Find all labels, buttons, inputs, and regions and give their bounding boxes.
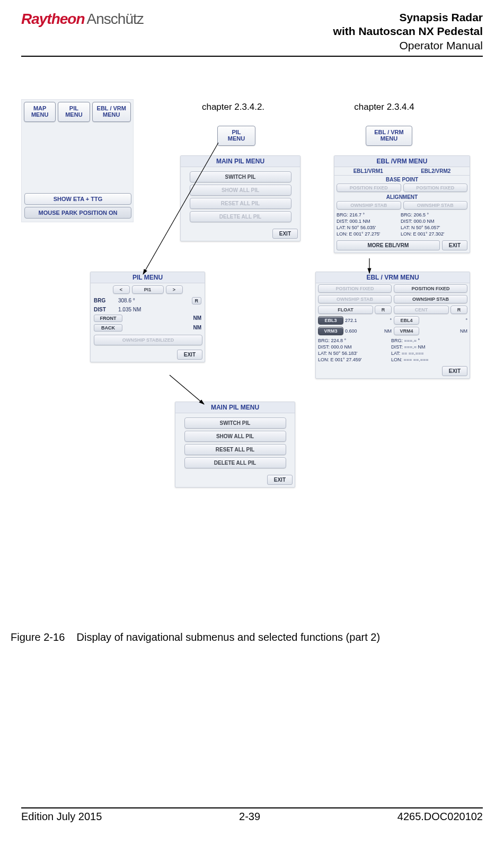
pil-menu-panel: PIL MENU < PI1 > BRG308.6 °R DIST1.035 N… — [90, 272, 205, 362]
ref-ebl-chapter: chapter 2.3.4.4 — [342, 102, 427, 112]
pil-back-unit: NM — [193, 325, 201, 330]
doc-title-2: with Nautoscan NX Pedestal — [333, 24, 483, 38]
pos-fixed-l[interactable]: POSITION FIXED — [337, 184, 401, 192]
brand-logo: Raytheon Anschütz — [21, 11, 144, 28]
ebl4-button[interactable]: EBL4 — [394, 316, 419, 325]
base-point-label: BASE POINT — [334, 176, 470, 182]
ebl4-unit: ° — [465, 318, 467, 323]
ebl3-lon: LON: E 001° 27.459' — [318, 356, 390, 363]
pil-dist-label: DIST — [94, 307, 115, 312]
vrm3-value: 0.600 — [345, 328, 357, 334]
reset-all-pil-button-2[interactable]: RESET ALL PIL — [184, 444, 286, 455]
page-header: Raytheon Anschütz Synapsis Radar with Na… — [21, 11, 483, 57]
ebl2-brg: BRG: 206.5 ° — [401, 212, 464, 218]
ebl-vrm2-exit[interactable]: EXIT — [442, 366, 467, 376]
own-stab-en[interactable]: OWNSHIP STAB — [394, 295, 467, 303]
ebl-vrm-exit[interactable]: EXIT — [442, 240, 467, 250]
pos-fixed-r[interactable]: POSITION FIXED — [403, 184, 468, 192]
doc-title-block: Synapsis Radar with Nautoscan NX Pedesta… — [333, 11, 483, 53]
figure-text: Display of navigational submenus and sel… — [77, 631, 381, 643]
ebl3-brg: BRG: 224.8 ° — [318, 337, 390, 344]
ebl3-dist: DIST: 000.0 NM — [318, 344, 390, 350]
ebl2-dist: DIST: 000.0 NM — [401, 218, 464, 224]
ref-pil-chapter: chapter 2.3.4.2. — [191, 102, 276, 112]
main-pil-title-2: MAIN PIL MENU — [175, 402, 295, 413]
ebl-vrm-title: EBL /VRM MENU — [334, 156, 470, 167]
float-button[interactable]: FLOAT — [318, 306, 373, 314]
pil-next-button[interactable]: > — [166, 285, 183, 294]
pil-menu-button[interactable]: PIL MENU — [58, 102, 90, 122]
show-eta-ttg-button[interactable]: SHOW ETA + TTG — [24, 193, 131, 205]
pil-menu-title: PIL MENU — [91, 272, 205, 283]
show-all-pil-button-2[interactable]: SHOW ALL PIL — [184, 431, 286, 442]
main-pil-menu-panel-2: MAIN PIL MENU SWITCH PIL SHOW ALL PIL RE… — [175, 402, 295, 488]
cent-button[interactable]: CENT — [394, 306, 449, 314]
r-button-r[interactable]: R — [450, 306, 467, 314]
ebl3-lat: LAT: N 50° 56.183' — [318, 350, 390, 356]
r-button-l[interactable]: R — [375, 306, 392, 314]
ebl1-lat: LAT: N 50° 56.035' — [337, 224, 400, 231]
show-all-pil-button-1[interactable]: SHOW ALL PIL — [190, 185, 291, 196]
pil-item-label: PI1 — [132, 285, 164, 294]
doc-title-1: Synapsis Radar — [333, 11, 483, 24]
own-stab-r[interactable]: OWNSHIP STAB — [403, 201, 468, 210]
vrm3-button[interactable]: VRM3 — [318, 327, 343, 335]
vrm3-unit: NM — [384, 328, 392, 334]
pil-front-button[interactable]: FRONT — [94, 315, 122, 322]
ebl2-tab[interactable]: EBL2/VRM2 — [402, 167, 470, 175]
ebl4-brg: BRG: ===.= ° — [391, 337, 463, 344]
switch-pil-button-1[interactable]: SWITCH PIL — [190, 171, 291, 182]
ownship-stabilized-button[interactable]: OWNSHIP STABILIZED — [94, 335, 202, 345]
pil-front-unit: NM — [193, 315, 201, 321]
pil-brg-r[interactable]: R — [192, 297, 202, 304]
more-ebl-vrm-button[interactable]: MORE EBL/VRM — [337, 240, 440, 250]
pil-menu-exit[interactable]: EXIT — [177, 350, 202, 360]
pos-fixed-dis[interactable]: POSITION FIXED — [318, 284, 392, 293]
ebl4-lon: LON: === ==.=== — [391, 356, 463, 363]
brand-anschutz: Anschütz — [87, 11, 144, 28]
delete-all-pil-button-2[interactable]: DELETE ALL PIL — [184, 457, 286, 468]
own-stab-dis[interactable]: OWNSHIP STAB — [318, 295, 392, 303]
switch-pil-button-2[interactable]: SWITCH PIL — [184, 417, 286, 429]
figure-stage: chapter 2.3.4.2. chapter 2.3.4.4 MAP MEN… — [21, 99, 483, 577]
ebl1-lon: LON: E 001° 27.275' — [337, 231, 400, 237]
ebl3-button[interactable]: EBL3 — [318, 316, 343, 325]
alignment-label: ALIGNMENT — [334, 193, 470, 200]
pil-prev-button[interactable]: < — [113, 285, 130, 294]
footer-docid: 4265.DOC020102 — [397, 811, 483, 823]
doc-title-3: Operator Manual — [333, 39, 483, 53]
pos-fixed-en[interactable]: POSITION FIXED — [394, 284, 467, 293]
vrm4-button[interactable]: VRM4 — [394, 327, 419, 335]
ebl2-lon: LON: E 001° 27.302' — [401, 231, 464, 237]
ebl-vrm-menu-panel: EBL /VRM MENU EBL1/VRM1EBL2/VRM2 BASE PO… — [334, 155, 470, 254]
page-footer: Edition July 2015 2-39 4265.DOC020102 — [21, 807, 483, 823]
pil-menu-standalone-button[interactable]: PIL MENU — [217, 126, 255, 146]
brand-raytheon: Raytheon — [21, 11, 85, 28]
main-pil-exit-1[interactable]: EXIT — [272, 229, 298, 239]
ebl-vrm2-title: EBL / VRM MENU — [316, 272, 470, 283]
vrm4-unit: NM — [460, 328, 467, 334]
svg-line-2 — [170, 375, 204, 404]
footer-edition: Edition July 2015 — [21, 811, 102, 823]
map-menu-button[interactable]: MAP MENU — [24, 102, 56, 122]
ebl3-unit: ° — [390, 318, 392, 323]
mouse-park-button[interactable]: MOUSE PARK POSITION ON — [24, 207, 131, 219]
ebl-vrm-standalone-button[interactable]: EBL / VRM MENU — [366, 126, 412, 146]
pil-brg-label: BRG — [94, 298, 115, 303]
ebl-vrm-menu-button[interactable]: EBL / VRM MENU — [92, 102, 131, 122]
pil-dist-value: 1.035 NM — [118, 307, 201, 312]
main-pil-menu-panel-1: MAIN PIL MENU SWITCH PIL SHOW ALL PIL RE… — [180, 155, 300, 241]
ebl1-tab[interactable]: EBL1/VRM1 — [334, 167, 402, 175]
footer-page: 2-39 — [239, 811, 260, 823]
pil-brg-value: 308.6 ° — [118, 298, 189, 303]
ebl2-lat: LAT: N 50° 56.057' — [401, 224, 464, 231]
main-pil-exit-2[interactable]: EXIT — [267, 475, 293, 485]
own-stab-l[interactable]: OWNSHIP STAB — [337, 201, 401, 210]
ebl4-dist: DIST: ===.= NM — [391, 344, 463, 350]
menu-bar-panel: MAP MENU PIL MENU EBL / VRM MENU SHOW ET… — [21, 99, 134, 222]
reset-all-pil-button-1[interactable]: RESET ALL PIL — [190, 198, 291, 209]
delete-all-pil-button-1[interactable]: DELETE ALL PIL — [190, 211, 291, 222]
figure-caption: Figure 2-16 Display of navigational subm… — [11, 631, 380, 643]
pil-back-button[interactable]: BACK — [94, 324, 122, 332]
main-pil-title-1: MAIN PIL MENU — [181, 156, 300, 167]
